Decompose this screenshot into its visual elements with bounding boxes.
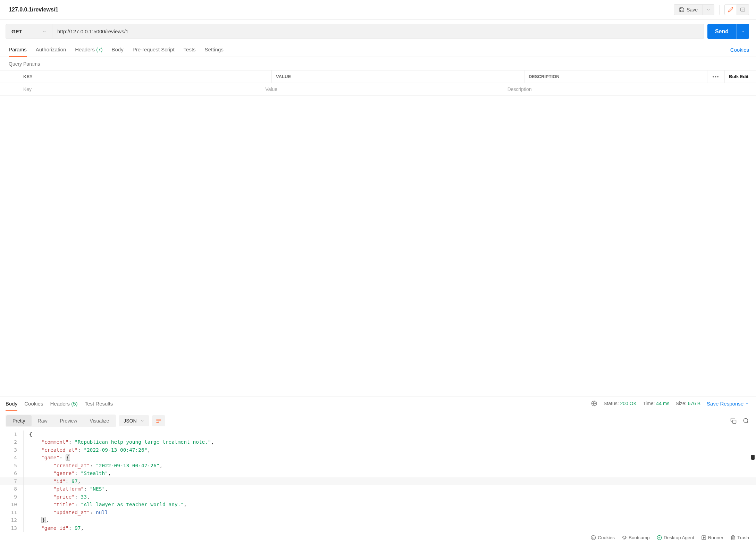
- check-circle-icon: [657, 535, 662, 540]
- footer-runner[interactable]: Runner: [701, 535, 723, 540]
- line-content: "platform": "NES",: [24, 485, 108, 493]
- chevron-down-icon: [42, 30, 47, 34]
- svg-rect-7: [733, 420, 736, 424]
- chevron-down-icon: [140, 419, 144, 423]
- tab-tests[interactable]: Tests: [184, 43, 196, 57]
- view-pretty[interactable]: Pretty: [6, 415, 32, 426]
- line-number: 1: [0, 431, 24, 438]
- cookies-link[interactable]: Cookies: [730, 47, 749, 53]
- line-number: 9: [0, 493, 24, 501]
- code-line[interactable]: 12 },: [0, 516, 756, 524]
- copy-icon: [730, 418, 737, 424]
- line-number: 3: [0, 446, 24, 454]
- tab-settings[interactable]: Settings: [205, 43, 224, 57]
- line-content: "created_at": "2022-09-13 00:47:26",: [24, 462, 162, 469]
- svg-point-10: [591, 535, 596, 540]
- tab-authorization[interactable]: Authorization: [36, 43, 66, 57]
- view-preview[interactable]: Preview: [54, 415, 84, 426]
- line-content: "updated_at": null: [24, 509, 108, 516]
- line-content: "genre": "Stealth",: [24, 469, 111, 477]
- code-line[interactable]: 9 "price": 33,: [0, 493, 756, 501]
- send-button[interactable]: Send: [707, 24, 736, 39]
- line-content: },: [24, 516, 49, 524]
- line-content: "game_id": 97,: [24, 524, 84, 532]
- code-line[interactable]: 7 "id": 97,: [0, 477, 756, 485]
- response-body[interactable]: 1{2 "comment": "Republican help young la…: [0, 431, 756, 532]
- line-number: 10: [0, 501, 24, 508]
- save-button[interactable]: Save: [674, 4, 703, 15]
- globe-icon[interactable]: [591, 400, 597, 407]
- params-table: KEY VALUE DESCRIPTION ••• Bulk Edit: [0, 70, 756, 96]
- line-number: 7: [0, 477, 24, 485]
- param-value-input[interactable]: [265, 86, 498, 92]
- comment-button[interactable]: [737, 4, 749, 15]
- code-line[interactable]: 10 "title": "All lawyer as teacher world…: [0, 501, 756, 508]
- size-label: Size: 676 B: [675, 401, 700, 406]
- bootcamp-icon: [622, 535, 627, 540]
- format-select[interactable]: JSON: [119, 415, 149, 426]
- trash-icon: [730, 535, 736, 540]
- view-visualize[interactable]: Visualize: [83, 415, 115, 426]
- resp-tab-test-results[interactable]: Test Results: [85, 396, 113, 411]
- line-content: "title": "All lawyer as teacher world an…: [24, 501, 187, 508]
- method-select[interactable]: GET: [6, 24, 52, 39]
- params-col-key: KEY: [19, 70, 272, 83]
- code-line[interactable]: 4 "game": {: [0, 454, 756, 461]
- send-dropdown[interactable]: [736, 24, 749, 39]
- svg-point-11: [593, 537, 593, 537]
- footer-cookies[interactable]: Cookies: [591, 535, 615, 540]
- wrap-lines-button[interactable]: [152, 415, 165, 426]
- cookie-icon: [591, 535, 596, 540]
- params-col-desc: DESCRIPTION: [524, 70, 707, 83]
- tab-headers[interactable]: Headers (7): [75, 43, 102, 57]
- resp-tab-body[interactable]: Body: [6, 396, 17, 411]
- svg-line-9: [747, 422, 748, 423]
- code-line[interactable]: 5 "created_at": "2022-09-13 00:47:26",: [0, 462, 756, 469]
- search-button[interactable]: [743, 418, 749, 424]
- tab-params[interactable]: Params: [9, 43, 27, 57]
- request-name: 127.0.0.1/reviews/1: [9, 7, 58, 13]
- params-col-value: VALUE: [272, 70, 524, 83]
- code-line[interactable]: 13 "game_id": 97,: [0, 524, 756, 532]
- tab-body[interactable]: Body: [111, 43, 123, 57]
- edit-button[interactable]: [724, 4, 737, 15]
- param-desc-input[interactable]: [507, 86, 752, 92]
- code-line[interactable]: 11 "updated_at": null: [0, 509, 756, 516]
- copy-button[interactable]: [730, 418, 737, 424]
- line-number: 6: [0, 469, 24, 477]
- resp-tab-cookies[interactable]: Cookies: [24, 396, 43, 411]
- code-line[interactable]: 1{: [0, 431, 756, 438]
- param-key-input[interactable]: [23, 86, 257, 92]
- code-line[interactable]: 2 "comment": "Republican help young larg…: [0, 438, 756, 446]
- save-dropdown[interactable]: [703, 4, 714, 15]
- code-line[interactable]: 3 "created_at": "2022-09-13 00:47:26",: [0, 446, 756, 454]
- footer-trash[interactable]: Trash: [730, 535, 749, 540]
- params-more-button[interactable]: •••: [707, 70, 725, 83]
- view-raw[interactable]: Raw: [32, 415, 54, 426]
- time-label: Time: 44 ms: [643, 401, 670, 406]
- footer-bootcamp[interactable]: Bootcamp: [622, 535, 650, 540]
- bulk-edit-button[interactable]: Bulk Edit: [725, 70, 756, 83]
- line-number: 4: [0, 454, 24, 461]
- code-line[interactable]: 8 "platform": "NES",: [0, 485, 756, 493]
- url-input[interactable]: [52, 24, 704, 39]
- params-checkbox-header: [0, 70, 19, 83]
- line-content: "id": 97,: [24, 477, 81, 485]
- line-content: "comment": "Republican help young large …: [24, 438, 214, 446]
- scroll-indicator[interactable]: [751, 455, 755, 460]
- line-number: 5: [0, 462, 24, 469]
- line-number: 12: [0, 516, 24, 524]
- line-number: 13: [0, 524, 24, 532]
- tab-pre-request[interactable]: Pre-request Script: [133, 43, 175, 57]
- resp-tab-headers[interactable]: Headers (5): [50, 396, 77, 411]
- code-line[interactable]: 6 "genre": "Stealth",: [0, 469, 756, 477]
- query-params-title: Query Params: [0, 57, 756, 70]
- chevron-down-icon: [741, 30, 745, 34]
- play-icon: [701, 535, 706, 540]
- svg-point-14: [657, 535, 662, 540]
- params-row-checkbox[interactable]: [0, 83, 19, 95]
- footer-desktop-agent[interactable]: Desktop Agent: [657, 535, 694, 540]
- chevron-down-icon: [745, 401, 749, 406]
- save-response-button[interactable]: Save Response: [707, 401, 749, 407]
- svg-rect-0: [741, 8, 745, 11]
